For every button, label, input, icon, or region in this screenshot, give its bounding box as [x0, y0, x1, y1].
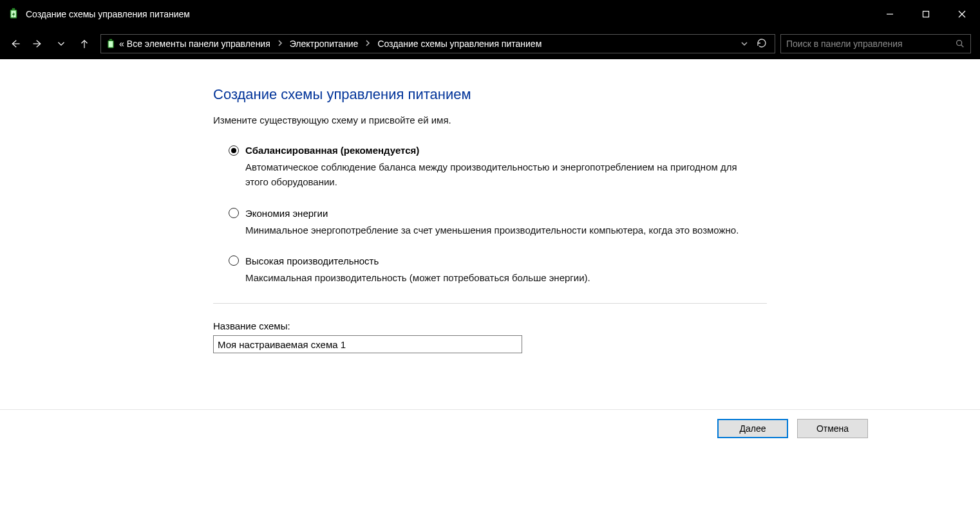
recent-locations-button[interactable] [55, 38, 67, 50]
plan-description: Максимальная производительность (может п… [245, 270, 741, 285]
breadcrumb-item-1[interactable]: Электропитание [290, 39, 359, 49]
radio-power-saver[interactable] [229, 208, 239, 218]
toolbar: « Все элементы панели управления Электро… [0, 28, 980, 59]
maximize-button[interactable] [908, 0, 944, 28]
plan-name-input[interactable] [213, 335, 522, 353]
divider [213, 303, 767, 304]
plan-label[interactable]: Сбалансированная (рекомендуется) [245, 145, 419, 156]
plan-name-label: Название схемы: [213, 320, 767, 331]
plan-power-saver: Экономия энергии Минимальное энергопотре… [229, 208, 741, 237]
footer: Далее Отмена [0, 409, 980, 438]
minimize-button[interactable] [872, 0, 908, 28]
close-button[interactable] [944, 0, 980, 28]
search-box[interactable] [780, 34, 971, 53]
content-area: Создание схемы управления питанием Измен… [0, 59, 980, 527]
titlebar-left: Создание схемы управления питанием [8, 8, 190, 21]
svg-rect-11 [109, 39, 112, 41]
address-bar[interactable]: « Все элементы панели управления Электро… [100, 34, 775, 53]
breadcrumb-item-2[interactable]: Создание схемы управления питанием [377, 39, 542, 49]
plan-label[interactable]: Экономия энергии [245, 208, 328, 219]
plan-high-performance: Высокая производительность Максимальная … [229, 255, 741, 285]
breadcrumb-leading[interactable]: « [119, 39, 124, 49]
power-options-icon [105, 38, 117, 50]
power-options-icon [8, 8, 19, 21]
breadcrumb-item-0[interactable]: Все элементы панели управления [127, 39, 270, 49]
search-icon[interactable] [955, 39, 965, 49]
plan-balanced: Сбалансированная (рекомендуется) Автомат… [229, 145, 741, 190]
plan-description: Минимальное энергопотребление за счет ум… [245, 223, 741, 237]
address-bar-tail [737, 38, 771, 50]
refresh-button[interactable] [757, 38, 767, 50]
chevron-down-icon[interactable] [741, 39, 748, 49]
search-input[interactable] [786, 39, 955, 49]
back-button[interactable] [9, 38, 21, 50]
titlebar: Создание схемы управления питанием [0, 0, 980, 28]
radio-high-performance[interactable] [229, 255, 239, 266]
cancel-button[interactable]: Отмена [797, 419, 868, 438]
window-title: Создание схемы управления питанием [26, 9, 190, 19]
breadcrumb: « Все элементы панели управления Электро… [119, 39, 735, 49]
chevron-right-icon[interactable] [277, 40, 283, 48]
svg-rect-12 [109, 41, 113, 47]
up-button[interactable] [79, 38, 90, 50]
plan-label[interactable]: Высокая производительность [245, 255, 379, 266]
next-button[interactable]: Далее [717, 419, 788, 438]
svg-rect-4 [923, 12, 929, 17]
radio-balanced[interactable] [229, 145, 239, 156]
nav-buttons [9, 38, 95, 50]
window-buttons [872, 0, 980, 28]
chevron-right-icon[interactable] [364, 40, 371, 48]
svg-point-13 [957, 41, 962, 46]
plan-list: Сбалансированная (рекомендуется) Автомат… [213, 145, 741, 285]
forward-button[interactable] [32, 38, 44, 50]
page-title: Создание схемы управления питанием [213, 86, 767, 103]
svg-line-14 [961, 45, 964, 48]
plan-description: Автоматическое соблюдение баланса между … [245, 160, 741, 190]
svg-rect-1 [12, 8, 15, 9]
page-subtitle: Измените существующую схему и присвойте … [213, 115, 767, 125]
